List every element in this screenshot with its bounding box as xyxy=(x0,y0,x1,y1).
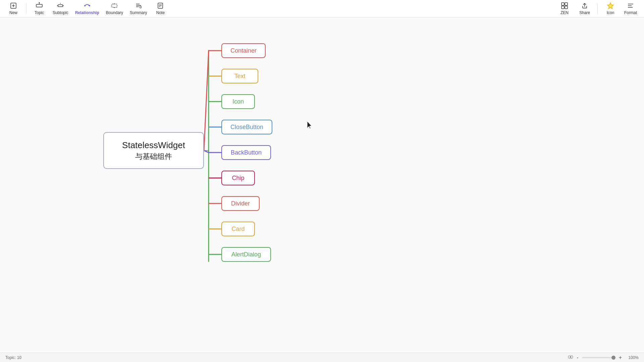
node-closebutton-label: CloseButton xyxy=(230,124,263,131)
svg-marker-29 xyxy=(607,3,613,9)
root-line1: StatelessWidget xyxy=(122,139,185,151)
topic-count: Topic: 10 xyxy=(5,355,21,360)
note-button[interactable]: Note xyxy=(151,1,170,16)
node-chip[interactable]: Chip xyxy=(221,171,255,185)
separator-1 xyxy=(26,3,26,14)
new-button[interactable]: New xyxy=(4,1,23,16)
svg-line-39 xyxy=(204,150,209,153)
summary-icon xyxy=(135,2,142,9)
statusbar-right: - + 100% xyxy=(568,354,639,361)
subtopic-button[interactable]: Subtopic xyxy=(50,1,71,16)
statusbar: Topic: 10 - + 100% xyxy=(0,353,644,362)
boundary-button[interactable]: Boundary xyxy=(103,1,126,16)
node-backbutton[interactable]: BackButton xyxy=(221,145,271,160)
relationship-button[interactable]: Relationship xyxy=(72,1,102,16)
separator-2 xyxy=(597,3,598,14)
node-divider-label: Divider xyxy=(231,200,250,207)
zoom-thumb xyxy=(611,356,615,360)
node-divider[interactable]: Divider xyxy=(221,196,260,211)
node-icon[interactable]: Icon xyxy=(221,94,255,109)
icon-toolbar-button[interactable]: Icon xyxy=(601,1,620,16)
root-line2: 与基础组件 xyxy=(135,152,172,162)
canvas[interactable]: StatelessWidget 与基础组件 Container Text Ico… xyxy=(0,17,644,353)
zoom-slider[interactable] xyxy=(582,357,615,358)
share-label: Share xyxy=(579,10,590,15)
node-closebutton[interactable]: CloseButton xyxy=(221,120,272,134)
new-label: New xyxy=(9,10,17,15)
relationship-label: Relationship xyxy=(75,10,99,15)
zoom-level: 100% xyxy=(625,355,639,360)
toolbar-right: ZEN Share Icon xyxy=(555,1,640,16)
topic-label: Topic xyxy=(35,10,44,15)
note-icon xyxy=(157,2,164,9)
node-card-label: Card xyxy=(231,226,245,233)
share-icon xyxy=(581,2,588,9)
new-icon xyxy=(10,2,17,9)
svg-rect-19 xyxy=(140,6,141,8)
share-button[interactable]: Share xyxy=(575,1,594,16)
zen-label: ZEN xyxy=(560,10,569,15)
format-label: Format xyxy=(624,10,637,15)
node-container-label: Container xyxy=(230,47,257,54)
format-icon xyxy=(627,2,634,9)
cursor xyxy=(307,121,311,128)
icon-toolbar-label: Icon xyxy=(607,10,614,15)
svg-point-10 xyxy=(84,5,86,6)
svg-rect-26 xyxy=(561,6,564,9)
topic-icon xyxy=(36,2,43,9)
zoom-plus-button[interactable]: + xyxy=(618,355,623,361)
svg-rect-27 xyxy=(565,6,568,9)
node-text-label: Text xyxy=(234,73,245,80)
node-text[interactable]: Text xyxy=(221,69,258,83)
summary-label: Summary xyxy=(130,10,147,15)
node-container[interactable]: Container xyxy=(221,43,266,58)
subtopic-icon xyxy=(57,2,64,9)
svg-line-34 xyxy=(204,51,209,150)
svg-point-5 xyxy=(39,2,40,3)
root-node[interactable]: StatelessWidget 与基础组件 xyxy=(103,132,204,169)
node-alertdialog[interactable]: AlertDialog xyxy=(221,247,271,262)
node-alertdialog-label: AlertDialog xyxy=(231,251,261,258)
svg-rect-3 xyxy=(36,4,42,7)
summary-button[interactable]: Summary xyxy=(127,1,150,16)
boundary-icon xyxy=(111,2,118,9)
svg-rect-24 xyxy=(561,3,564,5)
connectors xyxy=(0,17,644,353)
mindmap: StatelessWidget 与基础组件 Container Text Ico… xyxy=(0,17,644,353)
node-icon-label: Icon xyxy=(232,98,244,105)
svg-rect-25 xyxy=(565,3,568,5)
zen-icon xyxy=(561,2,568,9)
node-chip-label: Chip xyxy=(232,175,244,182)
zoom-minus-button[interactable]: - xyxy=(576,355,579,361)
node-card[interactable]: Card xyxy=(221,222,255,236)
note-label: Note xyxy=(156,10,165,15)
node-backbutton-label: BackButton xyxy=(231,149,262,156)
format-button[interactable]: Format xyxy=(621,1,640,16)
toolbar: New Topic Subtopic xyxy=(0,0,644,17)
zen-button[interactable]: ZEN xyxy=(555,1,574,16)
svg-rect-6 xyxy=(58,5,63,7)
svg-rect-13 xyxy=(112,4,117,7)
icon-toolbar-icon xyxy=(607,2,614,9)
relationship-icon xyxy=(84,2,91,9)
boundary-label: Boundary xyxy=(106,10,123,15)
topic-button[interactable]: Topic xyxy=(30,1,49,16)
subtopic-label: Subtopic xyxy=(53,10,68,15)
svg-point-47 xyxy=(570,356,572,358)
eye-icon[interactable] xyxy=(568,354,573,361)
